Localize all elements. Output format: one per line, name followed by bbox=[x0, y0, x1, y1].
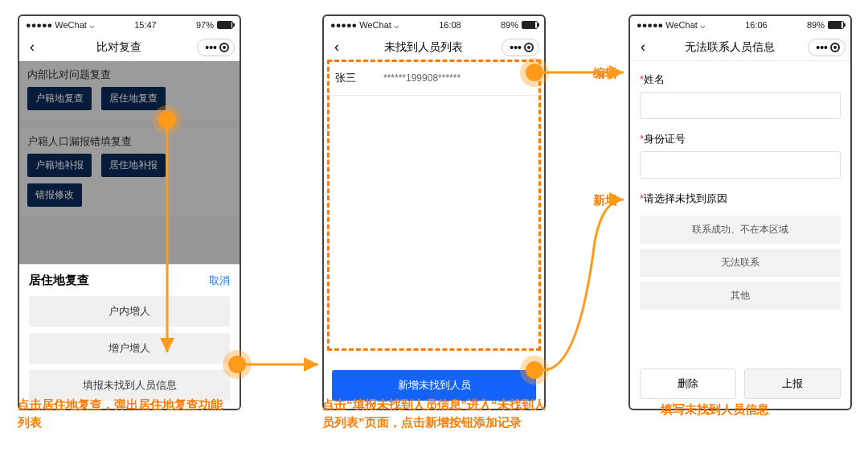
name-label: *姓名 bbox=[640, 72, 841, 87]
phone1-body: 内部比对问题复查 户籍地复查 居住地复查 户籍人口漏报错填复查 户籍地补报 居住… bbox=[19, 61, 240, 409]
annotation-label-add: 新增 bbox=[593, 193, 617, 208]
more-icon[interactable]: ••• bbox=[813, 41, 830, 54]
battery-icon bbox=[828, 21, 844, 29]
page-title: 无法联系人员信息 bbox=[651, 40, 808, 55]
carrier-label: ●●●●● WeChat ⌵ bbox=[330, 20, 399, 31]
annotation-hotspot bbox=[158, 111, 176, 129]
sheet-item-add-household[interactable]: 增户增人 bbox=[29, 333, 230, 364]
carrier-label: ●●●●● WeChat ⌵ bbox=[637, 20, 706, 31]
name-input[interactable] bbox=[640, 92, 841, 119]
annotation-hotspot bbox=[526, 361, 543, 379]
phone-screen-3: ●●●●● WeChat ⌵ 16:06 89% ‹ 无法联系人员信息 ••• … bbox=[628, 14, 852, 410]
status-bar: ●●●●● WeChat ⌵ 15:47 97% bbox=[19, 16, 240, 34]
page-title: 比对复查 bbox=[40, 40, 197, 55]
reason-label: *请选择未找到原因 bbox=[640, 191, 841, 206]
battery-icon bbox=[522, 21, 538, 29]
annotation-caption-1: 点击居住地复查，弹出居住地复查功能列表 bbox=[18, 396, 227, 431]
mini-program-capsule[interactable]: ••• bbox=[197, 39, 235, 56]
phone3-body: *姓名 *身份证号 *请选择未找到原因 联系成功、不在本区域 无法联系 其他 删… bbox=[630, 61, 850, 409]
phone-screen-1: ●●●●● WeChat ⌵ 15:47 97% ‹ 比对复查 ••• 内部比对… bbox=[18, 14, 241, 410]
reason-option-other[interactable]: 其他 bbox=[640, 282, 841, 310]
battery-pct: 89% bbox=[807, 20, 825, 30]
navbar: ‹ 未找到人员列表 ••• bbox=[324, 34, 544, 61]
submit-button[interactable]: 上报 bbox=[744, 368, 841, 399]
close-icon[interactable] bbox=[524, 43, 534, 52]
sheet-item-add-in-household[interactable]: 户内增人 bbox=[29, 296, 230, 327]
action-sheet: 居住地复查 取消 户内增人 增户增人 填报未找到人员信息 bbox=[19, 264, 240, 409]
back-button[interactable]: ‹ bbox=[24, 39, 40, 56]
status-right: 97% bbox=[196, 20, 233, 30]
annotation-dashed-box bbox=[327, 60, 541, 351]
annotation-hotspot bbox=[228, 356, 246, 373]
close-icon[interactable] bbox=[219, 43, 229, 52]
sheet-title: 居住地复查 bbox=[29, 273, 89, 288]
carrier-label: ●●●●● WeChat ⌵ bbox=[26, 20, 95, 31]
back-button[interactable]: ‹ bbox=[329, 39, 345, 56]
mini-program-capsule[interactable]: ••• bbox=[808, 39, 845, 56]
status-right: 89% bbox=[501, 20, 538, 30]
battery-pct: 89% bbox=[501, 20, 518, 30]
navbar: ‹ 比对复查 ••• bbox=[19, 34, 240, 61]
reason-option-unreachable[interactable]: 无法联系 bbox=[640, 249, 841, 277]
more-icon[interactable]: ••• bbox=[507, 41, 524, 54]
annotation-label-edit: 编辑 bbox=[593, 66, 617, 81]
delete-button[interactable]: 删除 bbox=[640, 368, 736, 399]
status-bar: ●●●●● WeChat ⌵ 16:06 89% bbox=[630, 16, 850, 34]
status-bar: ●●●●● WeChat ⌵ 16:08 89% bbox=[324, 16, 544, 34]
status-right: 89% bbox=[807, 20, 844, 30]
clock-label: 15:47 bbox=[134, 20, 157, 30]
battery-pct: 97% bbox=[196, 20, 214, 30]
page-title: 未找到人员列表 bbox=[345, 40, 502, 55]
id-input[interactable] bbox=[640, 151, 841, 179]
close-icon[interactable] bbox=[830, 43, 840, 52]
reason-option-contacted[interactable]: 联系成功、不在本区域 bbox=[640, 216, 841, 244]
clock-label: 16:06 bbox=[745, 20, 768, 30]
battery-icon bbox=[217, 21, 233, 29]
mini-program-capsule[interactable]: ••• bbox=[502, 39, 539, 56]
navbar: ‹ 无法联系人员信息 ••• bbox=[630, 34, 850, 61]
annotation-caption-3: 填写未找到人员信息 bbox=[661, 401, 769, 418]
annotation-caption-2: 点击“填报未找到人员信息”进入“未找到人员列表”页面，点击新增按钮添加记录 bbox=[322, 396, 555, 431]
id-label: *身份证号 bbox=[640, 132, 841, 146]
back-button[interactable]: ‹ bbox=[635, 39, 651, 56]
annotation-hotspot bbox=[526, 64, 543, 81]
clock-label: 16:08 bbox=[439, 20, 461, 30]
cancel-button[interactable]: 取消 bbox=[209, 274, 230, 288]
more-icon[interactable]: ••• bbox=[203, 41, 219, 54]
